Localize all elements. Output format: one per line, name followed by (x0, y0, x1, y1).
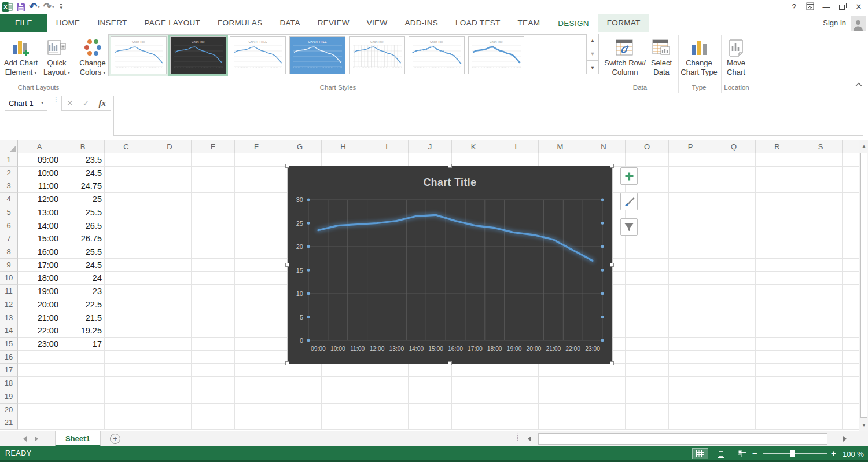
collapse-ribbon-button[interactable] (855, 79, 862, 89)
vertical-scrollbar[interactable]: ▲ ▼ (859, 140, 868, 431)
row-header-6[interactable]: 6 (0, 219, 18, 233)
chart-style-5[interactable]: Chart Title (347, 35, 407, 76)
save-button[interactable] (16, 1, 25, 13)
row-header-1[interactable]: 1 (0, 153, 18, 167)
cell-A12[interactable]: 20:00 (18, 298, 61, 311)
line-chart[interactable]: Chart Title05101520253009:0010:0011:0012… (288, 166, 612, 364)
column-header-F[interactable]: F (235, 140, 278, 153)
column-header-R[interactable]: R (756, 140, 799, 153)
tab-add-ins[interactable]: ADD-INS (396, 14, 447, 32)
chart-selection-handle[interactable] (285, 263, 289, 267)
redo-dropdown-icon[interactable]: ▾ (52, 5, 54, 9)
column-header-C[interactable]: C (105, 140, 148, 153)
cell-A6[interactable]: 14:00 (18, 219, 61, 233)
cell-B13[interactable]: 21.5 (61, 311, 105, 325)
name-box-dropdown-icon[interactable]: ▾ (41, 100, 43, 105)
previous-sheet-button[interactable] (23, 436, 27, 442)
cell-A1[interactable]: 09:00 (18, 153, 61, 167)
chart-style-7[interactable]: Chart Title (466, 35, 526, 76)
column-header-D[interactable]: D (148, 140, 192, 153)
cell-A13[interactable]: 21:00 (18, 311, 61, 325)
chart-style-4[interactable]: CHART TITLE (288, 35, 347, 76)
row-header-7[interactable]: 7 (0, 232, 18, 245)
row-header-13[interactable]: 13 (0, 311, 18, 325)
cell-A10[interactable]: 18:00 (18, 272, 61, 285)
close-button[interactable]: ✕ (851, 0, 867, 13)
tab-team[interactable]: TEAM (509, 14, 549, 32)
undo-button[interactable]: ↶▾ (29, 1, 40, 13)
chart-style-6[interactable]: Chart Title (407, 35, 466, 76)
row-header-19[interactable]: 19 (0, 390, 18, 404)
cell-B12[interactable]: 22.5 (61, 298, 105, 311)
customize-qat-button[interactable]: ▾ (60, 4, 63, 10)
scroll-down-button[interactable]: ▼ (860, 419, 868, 431)
minimize-button[interactable]: — (818, 0, 834, 13)
horizontal-scroll-thumb[interactable] (538, 433, 827, 445)
move-chart-button[interactable]: MoveChart (722, 34, 750, 90)
cell-A4[interactable]: 12:00 (18, 193, 61, 206)
tab-view[interactable]: VIEW (358, 14, 396, 32)
zoom-slider-track[interactable] (763, 453, 827, 454)
cell-A5[interactable]: 13:00 (18, 206, 61, 219)
chart-style-3[interactable]: CHART TITLE (228, 35, 288, 76)
column-header-G[interactable]: G (278, 140, 322, 153)
chart-selection-handle[interactable] (610, 263, 614, 267)
cell-B15[interactable]: 17 (61, 338, 105, 351)
row-header-8[interactable]: 8 (0, 245, 18, 259)
tab-review[interactable]: REVIEW (309, 14, 358, 32)
tab-load-test[interactable]: LOAD TEST (447, 14, 509, 32)
gallery-more-button[interactable]: ▼ (586, 60, 599, 74)
tab-formulas[interactable]: FORMULAS (209, 14, 271, 32)
cell-B1[interactable]: 23.5 (61, 153, 105, 167)
cell-A2[interactable]: 10:00 (18, 167, 61, 180)
cell-B11[interactable]: 23 (61, 285, 105, 298)
cell-A9[interactable]: 17:00 (18, 259, 61, 272)
tab-file[interactable]: FILE (0, 14, 47, 32)
chart-style-2-selected[interactable]: Chart Title (168, 35, 228, 76)
row-header-5[interactable]: 5 (0, 206, 18, 219)
quick-layout-button[interactable]: QuickLayout▾ (41, 34, 73, 90)
help-button[interactable]: ? (786, 0, 802, 13)
column-header-Q[interactable]: Q (712, 140, 756, 153)
chart-selection-handle[interactable] (285, 361, 289, 365)
cell-B4[interactable]: 25 (61, 193, 105, 206)
row-header-2[interactable]: 2 (0, 167, 18, 180)
switch-row-column-button[interactable]: Switch Row/Column (604, 34, 646, 90)
column-header-I[interactable]: I (365, 140, 409, 153)
tab-scrollbar-splitter[interactable]: ⋮⋮ (515, 434, 520, 440)
change-chart-type-button[interactable]: ChangeChart Type (679, 34, 719, 90)
chart-filters-button[interactable] (620, 218, 638, 236)
column-header-S[interactable]: S (799, 140, 843, 153)
cell-B6[interactable]: 26.5 (61, 219, 105, 233)
formula-bar-input[interactable] (113, 96, 863, 136)
cell-B9[interactable]: 24.5 (61, 259, 105, 272)
zoom-out-button[interactable]: − (752, 448, 757, 458)
column-header-partial[interactable] (843, 140, 859, 153)
cell-B3[interactable]: 24.75 (61, 179, 105, 193)
cell-A11[interactable]: 19:00 (18, 285, 61, 298)
column-header-O[interactable]: O (626, 140, 669, 153)
formula-bar-splitter[interactable]: ⋮ (53, 98, 59, 101)
chart-style-1[interactable]: Chart Title (109, 35, 168, 76)
embedded-chart[interactable]: Chart Title05101520253009:0010:0011:0012… (288, 166, 612, 364)
row-header-4[interactable]: 4 (0, 193, 18, 206)
cell-B10[interactable]: 24 (61, 272, 105, 285)
cell-B7[interactable]: 26.75 (61, 232, 105, 245)
tab-design[interactable]: DESIGN (549, 14, 598, 32)
select-all-corner[interactable] (0, 140, 18, 153)
name-box[interactable]: Chart 1▾ (5, 96, 47, 111)
row-header-11[interactable]: 11 (0, 285, 18, 298)
chart-title[interactable]: Chart Title (424, 177, 477, 188)
chart-selection-handle[interactable] (448, 164, 452, 168)
normal-view-button[interactable] (692, 448, 708, 459)
chart-selection-handle[interactable] (610, 361, 614, 365)
change-colors-button[interactable]: ChangeColors▾ (77, 34, 108, 90)
zoom-level[interactable]: 100 % (843, 450, 864, 459)
column-header-H[interactable]: H (322, 140, 365, 153)
page-break-view-button[interactable] (734, 448, 750, 459)
add-chart-element-button[interactable]: Add ChartElement▾ (2, 34, 39, 90)
column-header-J[interactable]: J (409, 140, 452, 153)
scroll-right-button[interactable] (839, 433, 851, 445)
scroll-left-button[interactable] (524, 433, 535, 445)
cancel-formula-button[interactable]: ✕ (67, 98, 73, 108)
